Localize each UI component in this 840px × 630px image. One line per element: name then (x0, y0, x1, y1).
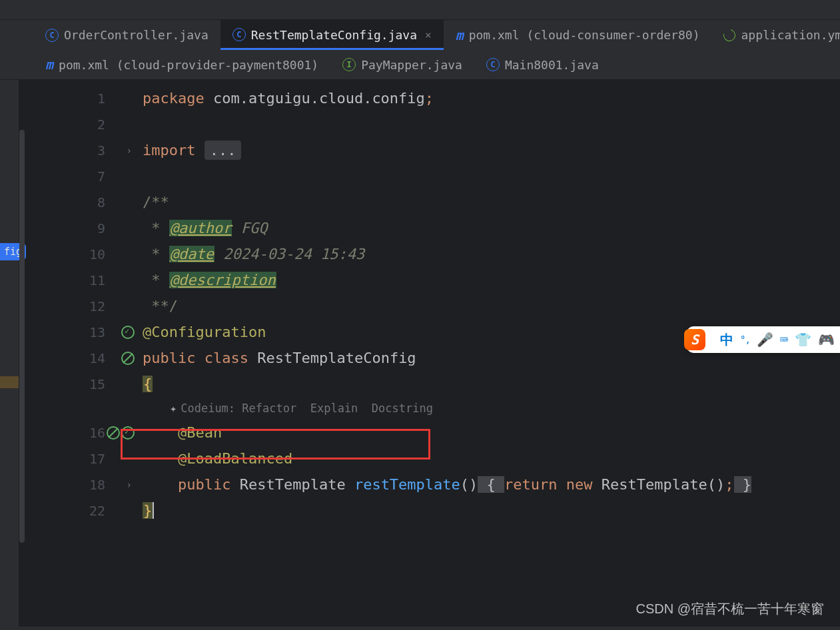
editor-tabs-row-1: C OrderController.java C RestTemplateCon… (0, 20, 840, 50)
side-marker (0, 376, 19, 388)
codelens-line: ✦Codeium: Refactor Explain Docstring (143, 397, 840, 420)
maven-icon: m (45, 57, 53, 73)
gutter-line[interactable]: 2 (19, 111, 112, 137)
code-line: /** (143, 189, 840, 215)
gutter-line[interactable]: 13 (19, 319, 112, 345)
code-line: import ... (143, 137, 840, 163)
code-line: public RestTemplate restTemplate() { ret… (143, 472, 840, 497)
tab-pay-mapper[interactable]: I PayMapper.java (330, 50, 474, 79)
tool-window-stripe: fig (0, 80, 19, 627)
ime-toolbar[interactable]: S 中 °, 🎤 ⌨ 👕 🎮 (687, 326, 840, 353)
tab-main-8001[interactable]: C Main8001.java (474, 50, 611, 79)
editor-tabs-row-2: m pom.xml (cloud-provider-payment8001) I… (0, 50, 840, 80)
gamepad-icon[interactable]: 🎮 (818, 332, 835, 348)
codelens-refactor[interactable]: Refactor (242, 402, 296, 415)
code-line: * @author FGQ (143, 215, 840, 241)
gutter-line[interactable]: 12 (19, 293, 112, 319)
code-line: package com.atguigu.cloud.config; (143, 85, 840, 111)
toolbar-spacer (0, 0, 840, 20)
tab-order-controller[interactable]: C OrderController.java (33, 20, 220, 50)
gutter-line[interactable]: 11 (19, 267, 112, 293)
code-line: * @date 2024-03-24 15:43 (143, 241, 840, 267)
code-line: **/ (143, 293, 840, 319)
gutter-line[interactable]: 8 (19, 189, 112, 215)
tab-label: PayMapper.java (361, 58, 462, 72)
gutter-line[interactable]: 17 (19, 446, 112, 472)
spring-icon (723, 29, 735, 41)
code-line: @LoadBalanced (143, 446, 840, 472)
java-class-icon: C (232, 28, 246, 41)
code-line: @Bean (143, 420, 840, 446)
microphone-icon[interactable]: 🎤 (757, 332, 773, 348)
tab-label: RestTemplateConfig.java (251, 28, 417, 42)
tab-pom-provider[interactable]: m pom.xml (cloud-provider-payment8001) (33, 50, 330, 79)
ime-lang-toggle[interactable]: 中 (720, 331, 733, 349)
java-class-icon: C (45, 29, 59, 42)
gutter-line[interactable]: 16 (19, 420, 112, 446)
gutter-line[interactable]: 9 (19, 215, 112, 241)
fold-placeholder[interactable]: ... (205, 141, 242, 160)
codelens-docstring[interactable]: Docstring (372, 402, 433, 415)
code-editor[interactable]: package com.atguigu.cloud.config; import… (112, 80, 840, 627)
close-icon[interactable]: × (425, 29, 432, 41)
tab-label: application.ym (741, 28, 840, 42)
code-line (143, 163, 840, 189)
tab-label: pom.xml (cloud-provider-payment8001) (59, 58, 318, 72)
gutter-line[interactable]: 10 (19, 241, 112, 267)
code-line: } (143, 497, 840, 523)
gutter-line[interactable]: 1 (19, 85, 112, 111)
gutter-line[interactable]: 18› (19, 472, 112, 497)
watermark: CSDN @宿昔不梳一苦十年寒窗 (635, 600, 824, 618)
gutter-line[interactable]: 7 (19, 163, 112, 189)
maven-icon: m (456, 27, 464, 43)
gutter-line[interactable]: 3› (19, 137, 112, 163)
gutter-line[interactable]: 15 (19, 371, 112, 397)
gutter-line[interactable] (19, 397, 112, 420)
tab-label: OrderController.java (64, 28, 209, 42)
tab-rest-template-config[interactable]: C RestTemplateConfig.java × (220, 20, 444, 50)
tab-label: Main8001.java (505, 58, 599, 72)
code-line (143, 111, 840, 137)
tab-pom-consumer[interactable]: m pom.xml (cloud-consumer-order80) (444, 20, 712, 50)
sogou-logo-icon[interactable]: S (684, 329, 705, 350)
keyboard-icon[interactable]: ⌨ (780, 332, 788, 348)
tab-label: pom.xml (cloud-consumer-order80) (469, 28, 700, 42)
skin-icon[interactable]: 👕 (795, 332, 811, 348)
editor-container: fig 1 2 3› 7 8 9 10 11 12 13 14 15 16 17… (0, 80, 840, 627)
java-interface-icon: I (342, 58, 356, 71)
java-class-icon: C (486, 58, 500, 71)
tab-application-yml[interactable]: application.ym (711, 20, 840, 50)
gutter-line[interactable]: 14 (19, 345, 112, 371)
codelens-explain[interactable]: Explain (310, 402, 358, 415)
ime-punct-toggle[interactable]: °, (740, 334, 750, 345)
code-line: * @description (143, 267, 840, 293)
code-line: { (143, 371, 840, 397)
gutter-line[interactable]: 22 (19, 497, 112, 523)
sparkle-icon: ✦ (170, 402, 177, 415)
gutter: 1 2 3› 7 8 9 10 11 12 13 14 15 16 17 18›… (19, 80, 112, 627)
